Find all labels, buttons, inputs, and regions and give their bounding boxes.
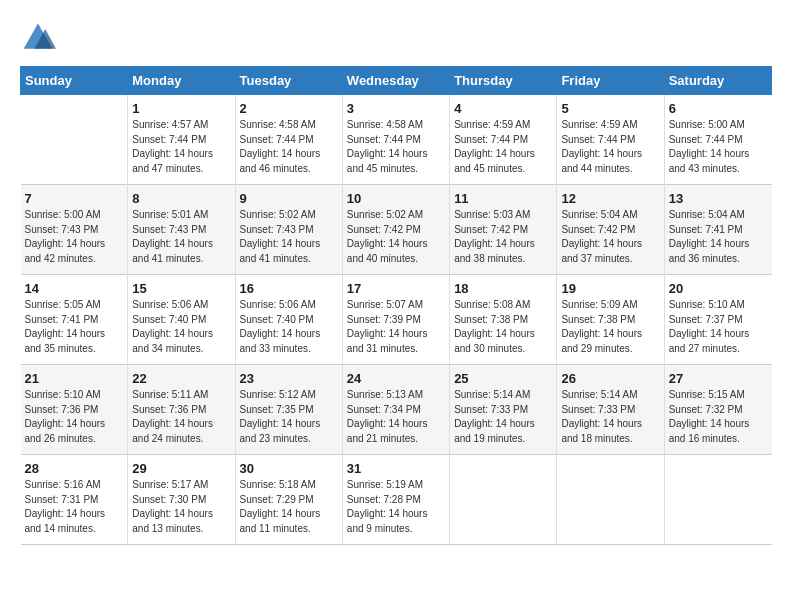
calendar-cell: 13Sunrise: 5:04 AM Sunset: 7:41 PM Dayli…	[664, 185, 771, 275]
weekday-header-saturday: Saturday	[664, 67, 771, 95]
day-number: 3	[347, 101, 445, 116]
day-info: Sunrise: 5:14 AM Sunset: 7:33 PM Dayligh…	[454, 388, 552, 446]
day-info: Sunrise: 5:01 AM Sunset: 7:43 PM Dayligh…	[132, 208, 230, 266]
day-number: 5	[561, 101, 659, 116]
day-info: Sunrise: 5:08 AM Sunset: 7:38 PM Dayligh…	[454, 298, 552, 356]
calendar-row-4: 28Sunrise: 5:16 AM Sunset: 7:31 PM Dayli…	[21, 455, 772, 545]
day-number: 26	[561, 371, 659, 386]
day-info: Sunrise: 5:04 AM Sunset: 7:42 PM Dayligh…	[561, 208, 659, 266]
day-number: 6	[669, 101, 768, 116]
day-number: 13	[669, 191, 768, 206]
day-info: Sunrise: 4:57 AM Sunset: 7:44 PM Dayligh…	[132, 118, 230, 176]
day-number: 15	[132, 281, 230, 296]
calendar-cell: 2Sunrise: 4:58 AM Sunset: 7:44 PM Daylig…	[235, 95, 342, 185]
day-number: 9	[240, 191, 338, 206]
day-number: 14	[25, 281, 124, 296]
day-info: Sunrise: 4:58 AM Sunset: 7:44 PM Dayligh…	[347, 118, 445, 176]
day-number: 30	[240, 461, 338, 476]
calendar-cell: 25Sunrise: 5:14 AM Sunset: 7:33 PM Dayli…	[450, 365, 557, 455]
page-header	[20, 20, 772, 56]
day-number: 7	[25, 191, 124, 206]
calendar-table: SundayMondayTuesdayWednesdayThursdayFrid…	[20, 66, 772, 545]
calendar-cell	[664, 455, 771, 545]
calendar-cell: 9Sunrise: 5:02 AM Sunset: 7:43 PM Daylig…	[235, 185, 342, 275]
day-number: 27	[669, 371, 768, 386]
day-number: 19	[561, 281, 659, 296]
day-number: 23	[240, 371, 338, 386]
weekday-header-monday: Monday	[128, 67, 235, 95]
calendar-cell: 23Sunrise: 5:12 AM Sunset: 7:35 PM Dayli…	[235, 365, 342, 455]
logo	[20, 20, 60, 56]
day-info: Sunrise: 5:13 AM Sunset: 7:34 PM Dayligh…	[347, 388, 445, 446]
day-info: Sunrise: 5:11 AM Sunset: 7:36 PM Dayligh…	[132, 388, 230, 446]
calendar-cell: 1Sunrise: 4:57 AM Sunset: 7:44 PM Daylig…	[128, 95, 235, 185]
logo-icon	[20, 20, 56, 56]
calendar-cell: 24Sunrise: 5:13 AM Sunset: 7:34 PM Dayli…	[342, 365, 449, 455]
calendar-cell: 31Sunrise: 5:19 AM Sunset: 7:28 PM Dayli…	[342, 455, 449, 545]
day-number: 25	[454, 371, 552, 386]
day-number: 11	[454, 191, 552, 206]
calendar-cell: 14Sunrise: 5:05 AM Sunset: 7:41 PM Dayli…	[21, 275, 128, 365]
weekday-header-tuesday: Tuesday	[235, 67, 342, 95]
calendar-cell: 21Sunrise: 5:10 AM Sunset: 7:36 PM Dayli…	[21, 365, 128, 455]
day-info: Sunrise: 5:15 AM Sunset: 7:32 PM Dayligh…	[669, 388, 768, 446]
calendar-cell: 6Sunrise: 5:00 AM Sunset: 7:44 PM Daylig…	[664, 95, 771, 185]
weekday-header-row: SundayMondayTuesdayWednesdayThursdayFrid…	[21, 67, 772, 95]
calendar-cell: 3Sunrise: 4:58 AM Sunset: 7:44 PM Daylig…	[342, 95, 449, 185]
weekday-header-friday: Friday	[557, 67, 664, 95]
weekday-header-wednesday: Wednesday	[342, 67, 449, 95]
calendar-cell: 19Sunrise: 5:09 AM Sunset: 7:38 PM Dayli…	[557, 275, 664, 365]
day-info: Sunrise: 5:05 AM Sunset: 7:41 PM Dayligh…	[25, 298, 124, 356]
day-info: Sunrise: 5:14 AM Sunset: 7:33 PM Dayligh…	[561, 388, 659, 446]
calendar-cell: 22Sunrise: 5:11 AM Sunset: 7:36 PM Dayli…	[128, 365, 235, 455]
day-number: 31	[347, 461, 445, 476]
calendar-row-3: 21Sunrise: 5:10 AM Sunset: 7:36 PM Dayli…	[21, 365, 772, 455]
calendar-cell: 5Sunrise: 4:59 AM Sunset: 7:44 PM Daylig…	[557, 95, 664, 185]
day-number: 8	[132, 191, 230, 206]
day-number: 21	[25, 371, 124, 386]
calendar-cell: 11Sunrise: 5:03 AM Sunset: 7:42 PM Dayli…	[450, 185, 557, 275]
day-info: Sunrise: 5:00 AM Sunset: 7:44 PM Dayligh…	[669, 118, 768, 176]
calendar-cell	[450, 455, 557, 545]
day-number: 28	[25, 461, 124, 476]
weekday-header-sunday: Sunday	[21, 67, 128, 95]
day-info: Sunrise: 5:02 AM Sunset: 7:42 PM Dayligh…	[347, 208, 445, 266]
day-info: Sunrise: 4:59 AM Sunset: 7:44 PM Dayligh…	[454, 118, 552, 176]
day-number: 29	[132, 461, 230, 476]
day-number: 10	[347, 191, 445, 206]
day-number: 1	[132, 101, 230, 116]
day-info: Sunrise: 5:06 AM Sunset: 7:40 PM Dayligh…	[240, 298, 338, 356]
calendar-row-2: 14Sunrise: 5:05 AM Sunset: 7:41 PM Dayli…	[21, 275, 772, 365]
day-info: Sunrise: 5:19 AM Sunset: 7:28 PM Dayligh…	[347, 478, 445, 536]
calendar-cell: 4Sunrise: 4:59 AM Sunset: 7:44 PM Daylig…	[450, 95, 557, 185]
calendar-cell: 12Sunrise: 5:04 AM Sunset: 7:42 PM Dayli…	[557, 185, 664, 275]
calendar-cell: 26Sunrise: 5:14 AM Sunset: 7:33 PM Dayli…	[557, 365, 664, 455]
day-info: Sunrise: 5:02 AM Sunset: 7:43 PM Dayligh…	[240, 208, 338, 266]
calendar-cell: 27Sunrise: 5:15 AM Sunset: 7:32 PM Dayli…	[664, 365, 771, 455]
day-number: 4	[454, 101, 552, 116]
calendar-row-0: 1Sunrise: 4:57 AM Sunset: 7:44 PM Daylig…	[21, 95, 772, 185]
day-info: Sunrise: 5:03 AM Sunset: 7:42 PM Dayligh…	[454, 208, 552, 266]
day-info: Sunrise: 5:04 AM Sunset: 7:41 PM Dayligh…	[669, 208, 768, 266]
day-info: Sunrise: 5:06 AM Sunset: 7:40 PM Dayligh…	[132, 298, 230, 356]
day-info: Sunrise: 5:12 AM Sunset: 7:35 PM Dayligh…	[240, 388, 338, 446]
calendar-cell: 28Sunrise: 5:16 AM Sunset: 7:31 PM Dayli…	[21, 455, 128, 545]
day-number: 16	[240, 281, 338, 296]
calendar-row-1: 7Sunrise: 5:00 AM Sunset: 7:43 PM Daylig…	[21, 185, 772, 275]
day-info: Sunrise: 5:00 AM Sunset: 7:43 PM Dayligh…	[25, 208, 124, 266]
day-info: Sunrise: 5:17 AM Sunset: 7:30 PM Dayligh…	[132, 478, 230, 536]
calendar-cell: 7Sunrise: 5:00 AM Sunset: 7:43 PM Daylig…	[21, 185, 128, 275]
day-info: Sunrise: 5:18 AM Sunset: 7:29 PM Dayligh…	[240, 478, 338, 536]
calendar-cell: 20Sunrise: 5:10 AM Sunset: 7:37 PM Dayli…	[664, 275, 771, 365]
day-info: Sunrise: 5:10 AM Sunset: 7:37 PM Dayligh…	[669, 298, 768, 356]
calendar-cell: 17Sunrise: 5:07 AM Sunset: 7:39 PM Dayli…	[342, 275, 449, 365]
day-number: 20	[669, 281, 768, 296]
calendar-cell: 15Sunrise: 5:06 AM Sunset: 7:40 PM Dayli…	[128, 275, 235, 365]
day-info: Sunrise: 5:07 AM Sunset: 7:39 PM Dayligh…	[347, 298, 445, 356]
day-info: Sunrise: 4:59 AM Sunset: 7:44 PM Dayligh…	[561, 118, 659, 176]
day-info: Sunrise: 5:16 AM Sunset: 7:31 PM Dayligh…	[25, 478, 124, 536]
day-number: 17	[347, 281, 445, 296]
day-info: Sunrise: 5:10 AM Sunset: 7:36 PM Dayligh…	[25, 388, 124, 446]
day-number: 18	[454, 281, 552, 296]
day-info: Sunrise: 5:09 AM Sunset: 7:38 PM Dayligh…	[561, 298, 659, 356]
